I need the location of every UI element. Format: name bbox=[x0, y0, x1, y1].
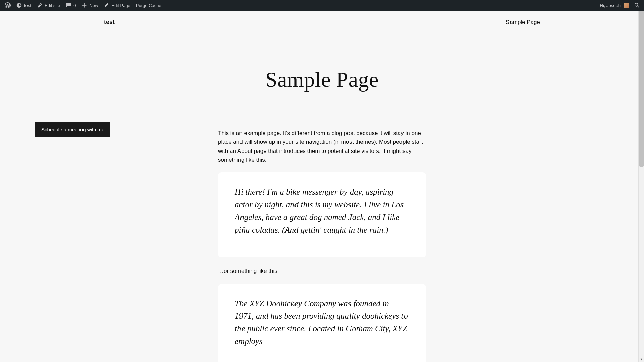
greeting-label: Hi, Joseph bbox=[600, 3, 621, 8]
search-icon bbox=[634, 2, 640, 8]
plus-icon bbox=[81, 2, 87, 8]
comments-link[interactable]: 0 bbox=[63, 0, 78, 11]
edit-site-label: Edit site bbox=[45, 3, 60, 8]
search-toggle[interactable] bbox=[632, 0, 642, 11]
edit-site-icon bbox=[37, 2, 43, 8]
new-content-link[interactable]: New bbox=[78, 0, 101, 11]
blockquote-2-text: The XYZ Doohickey Company was founded in… bbox=[235, 297, 409, 348]
nav-sample-page[interactable]: Sample Page bbox=[506, 19, 540, 26]
page-body: test Sample Page Sample Page This is an … bbox=[0, 11, 644, 362]
site-header: test Sample Page bbox=[0, 11, 644, 34]
comments-count: 0 bbox=[73, 3, 76, 8]
site-title-link[interactable]: test bbox=[104, 19, 115, 26]
purge-cache-link[interactable]: Purge Cache bbox=[133, 0, 164, 11]
comments-icon bbox=[65, 2, 71, 8]
page-title: Sample Page bbox=[0, 67, 644, 92]
purge-cache-label: Purge Cache bbox=[136, 3, 161, 8]
scrollbar-down-arrow[interactable]: ▼ bbox=[639, 356, 644, 362]
edit-page-label: Edit Page bbox=[111, 3, 130, 8]
wp-logo-menu[interactable] bbox=[2, 0, 13, 11]
intro-paragraph: This is an example page. It's different … bbox=[218, 129, 426, 164]
blockquote-2: The XYZ Doohickey Company was founded in… bbox=[218, 284, 426, 362]
user-account-menu[interactable]: Hi, Joseph bbox=[597, 0, 632, 11]
vertical-scrollbar[interactable]: ▲ ▼ bbox=[638, 0, 644, 362]
edit-page-link[interactable]: Edit Page bbox=[101, 0, 133, 11]
blockquote-1: Hi there! I'm a bike messenger by day, a… bbox=[218, 172, 426, 257]
new-label: New bbox=[89, 3, 98, 8]
pencil-icon bbox=[103, 2, 109, 8]
edit-site-link[interactable]: Edit site bbox=[34, 0, 63, 11]
site-name-menu[interactable]: test bbox=[13, 0, 34, 11]
page-content: This is an example page. It's different … bbox=[218, 129, 426, 362]
wordpress-logo-icon bbox=[5, 2, 11, 8]
schedule-meeting-button[interactable]: Schedule a meeting with me bbox=[35, 122, 110, 137]
dashboard-icon bbox=[16, 2, 22, 8]
mid-paragraph: …or something like this: bbox=[218, 267, 426, 276]
blockquote-1-text: Hi there! I'm a bike messenger by day, a… bbox=[235, 186, 409, 236]
avatar bbox=[624, 3, 629, 8]
wp-admin-bar: test Edit site 0 New Edit Page bbox=[0, 0, 644, 11]
scrollbar-thumb[interactable] bbox=[639, 6, 644, 167]
admin-site-name: test bbox=[24, 3, 31, 8]
